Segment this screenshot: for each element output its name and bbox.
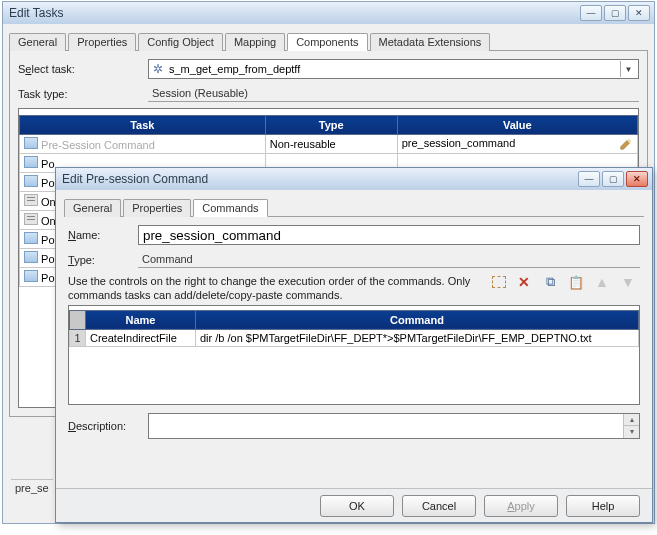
task-icon <box>24 175 38 187</box>
type-cell: Non-reusable <box>265 135 397 154</box>
edit-tasks-tabstrip: GeneralPropertiesConfig ObjectMappingCom… <box>9 32 648 51</box>
ok-button[interactable]: OK <box>320 495 394 517</box>
presession-tabstrip: GeneralPropertiesCommands <box>64 198 644 217</box>
add-icon[interactable] <box>492 276 506 288</box>
maximize-button[interactable]: ▢ <box>604 5 626 21</box>
task-type-value: Session (Reusable) <box>148 85 639 102</box>
description-label: Description: <box>68 420 148 432</box>
tab-commands[interactable]: Commands <box>193 199 267 217</box>
type-value: Command <box>138 251 640 268</box>
select-task-combo[interactable]: ✲ s_m_get_emp_from_deptff ▼ <box>148 59 639 79</box>
command-icon <box>24 194 38 206</box>
session-icon: ✲ <box>151 62 165 76</box>
tab-general[interactable]: General <box>64 199 121 217</box>
edit-icon[interactable] <box>619 137 633 151</box>
task-name: Pre-Session Command <box>38 139 155 151</box>
copy-icon[interactable]: ⧉ <box>542 274 558 290</box>
task-icon <box>24 270 38 282</box>
instructions-text: Use the controls on the right to change … <box>68 274 492 303</box>
commands-grid-wrap: NameCommand 1CreateIndirectFiledir /b /o… <box>68 305 640 405</box>
command-text-cell[interactable]: dir /b /on $PMTargetFileDir\FF_DEPT*>$PM… <box>196 329 639 346</box>
move-down-icon[interactable]: ▼ <box>620 274 636 290</box>
cancel-button[interactable]: Cancel <box>402 495 476 517</box>
select-task-value: s_m_get_emp_from_deptff <box>169 63 620 75</box>
commands-toolbar: ✕ ⧉ 📋 ▲ ▼ <box>492 274 640 290</box>
command-icon <box>24 213 38 225</box>
edit-presession-window: Edit Pre-session Command — ▢ ✕ GeneralPr… <box>55 167 653 523</box>
task-icon <box>24 156 38 168</box>
presession-titlebar[interactable]: Edit Pre-session Command — ▢ ✕ <box>56 168 652 190</box>
col-name: Name <box>86 310 196 329</box>
description-value <box>149 414 623 438</box>
description-input[interactable]: ▴ ▾ <box>148 413 640 439</box>
presession-buttonbar: OK Cancel Apply Help <box>56 488 652 522</box>
scroll-down-icon[interactable]: ▾ <box>624 425 639 438</box>
col-task: Task <box>20 116 266 135</box>
edit-tasks-title: Edit Tasks <box>7 6 580 20</box>
edit-tasks-titlebar[interactable]: Edit Tasks — ▢ ✕ <box>3 2 654 24</box>
presession-client: GeneralPropertiesCommands Name: Type: Co… <box>56 190 652 488</box>
help-button[interactable]: Help <box>566 495 640 517</box>
table-row[interactable]: Pre-Session CommandNon-reusablepre_sessi… <box>20 135 638 154</box>
paste-icon[interactable]: 📋 <box>568 274 584 290</box>
command-name-cell[interactable]: CreateIndirectFile <box>86 329 196 346</box>
task-name: Po <box>38 158 55 170</box>
minimize-button[interactable]: — <box>578 171 600 187</box>
task-icon <box>24 251 38 263</box>
cutoff-label: pre_se <box>11 479 53 496</box>
command-row[interactable]: 1CreateIndirectFiledir /b /on $PMTargetF… <box>70 329 639 346</box>
tab-components[interactable]: Components <box>287 33 367 51</box>
name-input[interactable] <box>138 225 640 245</box>
task-name: On <box>38 196 56 208</box>
tab-properties[interactable]: Properties <box>123 199 191 217</box>
task-name: On <box>38 215 56 227</box>
tab-metadata-extensions[interactable]: Metadata Extensions <box>370 33 491 51</box>
task-name: Po <box>38 177 55 189</box>
tab-mapping[interactable]: Mapping <box>225 33 285 51</box>
name-label: Name: <box>68 229 138 241</box>
minimize-button[interactable]: — <box>580 5 602 21</box>
move-up-icon[interactable]: ▲ <box>594 274 610 290</box>
col-value: Value <box>397 116 637 135</box>
tab-properties[interactable]: Properties <box>68 33 136 51</box>
task-name: Po <box>38 272 55 284</box>
task-cell: Pre-Session Command <box>20 135 266 154</box>
task-icon <box>24 232 38 244</box>
value-cell[interactable]: pre_session_command <box>397 135 637 154</box>
commands-grid: NameCommand 1CreateIndirectFiledir /b /o… <box>69 310 639 347</box>
task-name: Po <box>38 253 55 265</box>
row-number: 1 <box>70 329 86 346</box>
type-label: Type: <box>68 254 138 266</box>
select-task-label: Select task: <box>18 63 148 75</box>
apply-button[interactable]: Apply <box>484 495 558 517</box>
presession-title: Edit Pre-session Command <box>60 172 578 186</box>
col-command: Command <box>196 310 639 329</box>
close-button[interactable]: ✕ <box>626 171 648 187</box>
tab-general[interactable]: General <box>9 33 66 51</box>
task-name: Po <box>38 234 55 246</box>
scroll-up-icon[interactable]: ▴ <box>624 414 639 426</box>
close-button[interactable]: ✕ <box>628 5 650 21</box>
delete-icon[interactable]: ✕ <box>516 274 532 290</box>
task-icon <box>24 137 38 149</box>
value-text: pre_session_command <box>402 137 516 149</box>
tab-config-object[interactable]: Config Object <box>138 33 223 51</box>
chevron-down-icon[interactable]: ▼ <box>620 61 636 77</box>
description-scrollbar[interactable]: ▴ ▾ <box>623 414 639 438</box>
task-type-label: Task type: <box>18 88 148 100</box>
col-type: Type <box>265 116 397 135</box>
col-rownum <box>70 310 86 329</box>
maximize-button[interactable]: ▢ <box>602 171 624 187</box>
